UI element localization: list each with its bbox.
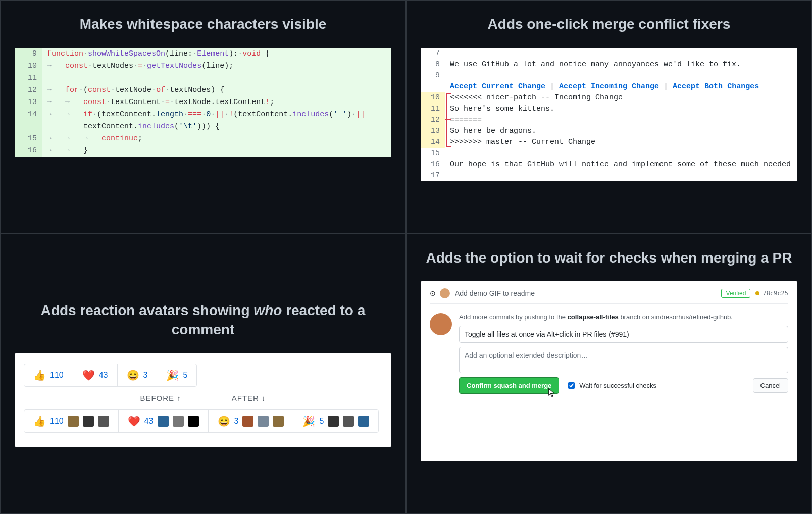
reactor-avatar	[83, 416, 94, 427]
line-number: 7	[421, 48, 445, 59]
reactor-avatar	[98, 416, 109, 427]
reaction-emoji-icon: 😄	[218, 415, 230, 427]
feature-wait-checks-title: Adds the option to wait for checks when …	[421, 248, 797, 268]
reactor-avatar	[328, 416, 339, 427]
merge-description-input[interactable]: Add an optional extended description…	[459, 347, 788, 373]
reaction-count: 110	[50, 417, 64, 426]
line-number: 11	[421, 104, 445, 115]
conflict-bracket-icon	[445, 92, 452, 148]
reaction-emoji-icon: 🎉	[302, 415, 315, 427]
reaction-emoji-icon: 😄	[127, 369, 139, 381]
reaction-emoji-icon: 🎉	[166, 369, 179, 381]
code-line: textContent.includes('\t'))) {	[42, 121, 391, 133]
conflict-line: Accept Current Change | Accept Incoming …	[445, 81, 797, 92]
reaction-emoji-icon: 👍	[33, 415, 46, 427]
reaction-count: 5	[319, 417, 324, 426]
line-number: 11	[15, 72, 42, 84]
verified-badge: Verified	[721, 289, 750, 298]
reactor-avatar	[273, 416, 284, 427]
conflict-line	[445, 170, 797, 181]
commit-header: ⊙ Add demo GIF to readme Verified 78c9c2…	[430, 288, 788, 304]
code-line: → for·(const·textNode·of·textNodes) {	[42, 84, 391, 96]
conflict-line: <<<<<<< nicer-patch -- Incoming Change	[445, 92, 797, 104]
reactions-after-row: 👍110❤️43😄3🎉5	[24, 409, 379, 433]
reaction-item[interactable]: 🎉5	[293, 410, 378, 432]
reaction-count: 3	[143, 371, 148, 380]
reactions-panel: 👍110❤️43😄3🎉5 BEFORE ↑ AFTER ↓ 👍110❤️43😄3…	[15, 353, 391, 447]
reactor-avatar	[242, 416, 253, 427]
reaction-item[interactable]: 😄3	[118, 364, 158, 386]
line-number: 13	[15, 96, 42, 109]
conflict-line: We use GitHub a lot and notice many anno…	[445, 59, 797, 70]
feature-reactions-cell: Adds reaction avatars showing who reacte…	[0, 234, 406, 515]
conflict-line	[445, 48, 797, 59]
reaction-count: 43	[99, 371, 108, 380]
before-label: BEFORE ↑	[140, 394, 181, 402]
reactor-avatar	[173, 416, 184, 427]
reaction-item[interactable]: 🎉5	[157, 364, 196, 386]
feature-wait-checks-cell: Adds the option to wait for checks when …	[406, 234, 812, 515]
line-number: 9	[15, 48, 42, 60]
commit-status-dot-icon: ⊙	[430, 289, 435, 297]
reactor-avatar	[188, 416, 199, 427]
wait-checks-checkbox[interactable]	[568, 382, 575, 389]
user-avatar	[430, 313, 452, 335]
cancel-button[interactable]: Cancel	[753, 378, 788, 393]
feature-whitespace-cell: Makes whitespace characters visible 9fun…	[0, 0, 406, 234]
reactor-avatar	[158, 416, 169, 427]
conflict-line: Our hope is that GitHub will notice and …	[445, 159, 797, 170]
conflict-line	[445, 70, 797, 81]
accept-both-link[interactable]: Accept Both Changes	[673, 82, 759, 91]
cursor-icon	[548, 388, 555, 397]
line-number: 13	[421, 126, 445, 137]
reaction-emoji-icon: ❤️	[128, 415, 140, 427]
reaction-emoji-icon: 👍	[33, 369, 46, 381]
reaction-count: 110	[50, 371, 64, 380]
line-number: 16	[15, 145, 42, 157]
reaction-item[interactable]: 👍110	[24, 364, 73, 386]
reaction-item[interactable]: ❤️43	[73, 364, 118, 386]
accept-incoming-link[interactable]: Accept Incoming Change	[559, 82, 659, 91]
push-hint: Add more commits by pushing to the colla…	[459, 313, 788, 321]
code-line: → → }	[42, 145, 391, 157]
reactions-labels: BEFORE ↑ AFTER ↓	[17, 394, 389, 402]
merge-title-input[interactable]	[459, 326, 788, 343]
code-line: → const·textNodes·=·getTextNodes(line);	[42, 60, 391, 72]
feature-merge-conflict-cell: Adds one-click merge conflict fixers 78W…	[406, 0, 812, 234]
line-number: 12	[421, 115, 445, 126]
reaction-item[interactable]: 👍110	[24, 410, 119, 432]
wait-checks-panel: ⊙ Add demo GIF to readme Verified 78c9c2…	[421, 281, 797, 461]
line-number: 15	[15, 133, 42, 145]
confirm-merge-button[interactable]: Confirm squash and merge	[459, 377, 559, 394]
accept-current-link[interactable]: Accept Current Change	[450, 82, 545, 91]
reaction-emoji-icon: ❤️	[82, 369, 95, 381]
line-number: 8	[421, 59, 445, 70]
wait-checks-toggle[interactable]: Wait for successful checks	[566, 381, 656, 390]
author-avatar	[440, 288, 450, 298]
conflict-line: >>>>>>> master -- Current Change	[445, 137, 797, 148]
reaction-count: 43	[144, 417, 154, 426]
line-number: 16	[421, 159, 445, 170]
feature-whitespace-title: Makes whitespace characters visible	[15, 15, 391, 34]
reactor-avatar	[258, 416, 269, 427]
line-number: 10	[15, 60, 42, 72]
line-number: 17	[421, 170, 445, 181]
code-line: → → if·(textContent.length·===·0·||·!(te…	[42, 109, 391, 121]
commit-message: Add demo GIF to readme	[455, 289, 535, 297]
line-number: 14	[421, 137, 445, 148]
reactions-before-row: 👍110❤️43😄3🎉5	[24, 364, 197, 387]
after-label: AFTER ↓	[232, 394, 266, 402]
code-line	[42, 72, 391, 84]
code-line: function·showWhiteSpacesOn(line:·Element…	[42, 48, 391, 60]
conflict-line	[445, 148, 797, 159]
feature-reactions-title: Adds reaction avatars showing who reacte…	[15, 301, 391, 339]
code-line: → → const·textContent·=·textNode.textCon…	[42, 96, 391, 109]
reaction-item[interactable]: ❤️43	[119, 410, 209, 432]
line-number: 14	[15, 109, 42, 121]
line-number: 15	[421, 148, 445, 159]
reaction-item[interactable]: 😄3	[209, 410, 294, 432]
reaction-count: 3	[234, 417, 239, 426]
line-number	[15, 121, 42, 133]
reactor-avatar	[358, 416, 369, 427]
reactor-avatar	[68, 416, 79, 427]
